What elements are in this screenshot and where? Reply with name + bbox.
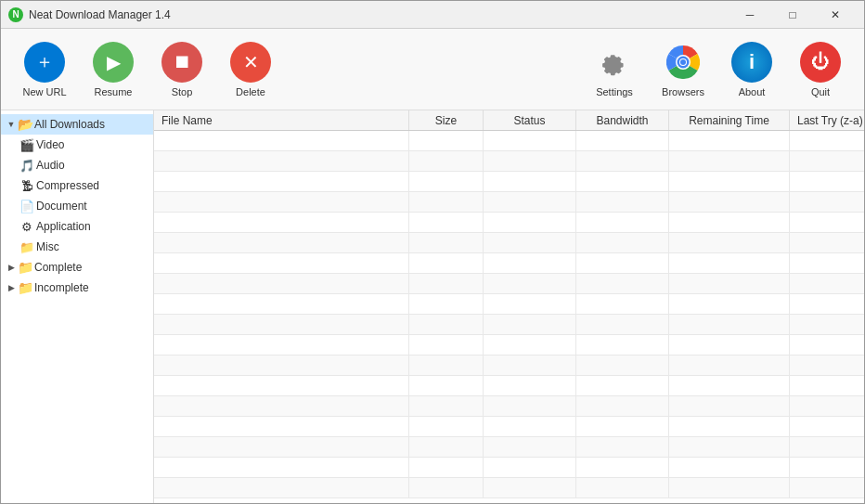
table-row bbox=[154, 417, 865, 437]
table-row bbox=[154, 458, 865, 478]
cell-remaining bbox=[669, 396, 790, 416]
cell-size bbox=[409, 355, 484, 375]
chrome-svg bbox=[666, 45, 700, 79]
browsers-icon bbox=[663, 42, 704, 83]
resume-button[interactable]: ▶ Resume bbox=[81, 36, 146, 103]
cell-lasttry bbox=[790, 192, 865, 212]
cell-remaining bbox=[669, 172, 790, 191]
cell-lasttry bbox=[790, 253, 865, 273]
sidebar-item-document[interactable]: 📄 Document bbox=[1, 196, 153, 216]
cell-bandwidth bbox=[576, 151, 669, 171]
cell-lasttry bbox=[790, 233, 865, 252]
cell-size bbox=[409, 417, 484, 436]
audio-label: Audio bbox=[36, 159, 65, 172]
about-icon: i bbox=[731, 42, 772, 83]
cell-filename bbox=[154, 315, 409, 334]
close-button[interactable]: ✕ bbox=[814, 1, 857, 29]
incomplete-folder-icon: 📁 bbox=[18, 280, 32, 295]
sidebar-item-application[interactable]: ⚙ Application bbox=[1, 216, 153, 237]
video-icon: 🎬 bbox=[19, 137, 34, 152]
cell-remaining bbox=[669, 131, 790, 150]
minimize-button[interactable]: ─ bbox=[729, 1, 771, 29]
cell-filename bbox=[154, 253, 409, 273]
cell-size bbox=[409, 192, 484, 212]
sidebar-item-complete[interactable]: ▶ 📁 Complete bbox=[1, 257, 153, 278]
cell-lasttry bbox=[790, 172, 865, 191]
cell-lasttry bbox=[790, 315, 865, 334]
sidebar-item-compressed[interactable]: 🗜 Compressed bbox=[1, 175, 153, 196]
cell-status bbox=[484, 458, 576, 477]
col-header-remaining[interactable]: Remaining Time bbox=[669, 110, 790, 130]
cell-size bbox=[409, 253, 484, 273]
application-icon: ⚙ bbox=[19, 219, 34, 234]
cell-status bbox=[484, 478, 576, 498]
cell-remaining bbox=[669, 355, 790, 375]
cell-remaining bbox=[669, 233, 790, 252]
table-row bbox=[154, 437, 865, 458]
cell-filename bbox=[154, 233, 409, 252]
sidebar-item-incomplete[interactable]: ▶ 📁 Incomplete bbox=[1, 278, 153, 298]
col-header-filename[interactable]: File Name bbox=[154, 110, 409, 130]
sidebar-item-video[interactable]: 🎬 Video bbox=[1, 135, 153, 155]
cell-filename bbox=[154, 335, 409, 355]
cell-status bbox=[484, 417, 576, 436]
document-icon: 📄 bbox=[19, 199, 34, 213]
app-logo-icon: N bbox=[8, 7, 23, 22]
cell-bandwidth bbox=[576, 131, 669, 150]
video-label: Video bbox=[36, 138, 64, 151]
col-header-size[interactable]: Size bbox=[409, 110, 484, 130]
cell-lasttry bbox=[790, 213, 865, 232]
incomplete-expand-icon: ▶ bbox=[5, 281, 18, 294]
cell-filename bbox=[154, 151, 409, 171]
sidebar-item-misc[interactable]: 📁 Misc bbox=[1, 237, 153, 257]
cell-lasttry bbox=[790, 376, 865, 395]
cell-size bbox=[409, 315, 484, 334]
maximize-button[interactable]: □ bbox=[771, 1, 814, 29]
cell-bandwidth bbox=[576, 376, 669, 395]
stop-label: Stop bbox=[172, 86, 193, 97]
gear-svg bbox=[598, 45, 631, 79]
cell-status bbox=[484, 274, 576, 293]
table-row bbox=[154, 253, 865, 274]
about-button[interactable]: i About bbox=[719, 36, 784, 103]
cell-size bbox=[409, 478, 484, 498]
cell-status bbox=[484, 437, 576, 457]
cell-lasttry bbox=[790, 437, 865, 457]
new-url-button[interactable]: ＋ New URL bbox=[12, 36, 77, 103]
cell-size bbox=[409, 396, 484, 416]
cell-bandwidth bbox=[576, 294, 669, 314]
expand-arrow-icon: ▼ bbox=[5, 118, 18, 131]
delete-button[interactable]: ✕ Delete bbox=[218, 36, 283, 103]
sidebar-item-audio[interactable]: 🎵 Audio bbox=[1, 155, 153, 175]
all-downloads-label: All Downloads bbox=[34, 118, 105, 131]
cell-bandwidth bbox=[576, 192, 669, 212]
cell-lasttry bbox=[790, 131, 865, 150]
cell-filename bbox=[154, 437, 409, 457]
cell-filename bbox=[154, 355, 409, 375]
cell-bandwidth bbox=[576, 315, 669, 334]
table-row bbox=[154, 294, 865, 315]
new-url-icon: ＋ bbox=[24, 42, 65, 83]
stop-button[interactable]: ⏹ Stop bbox=[149, 36, 214, 103]
table-row bbox=[154, 151, 865, 172]
cell-bandwidth bbox=[576, 274, 669, 293]
browsers-label: Browsers bbox=[662, 86, 704, 97]
cell-size bbox=[409, 376, 484, 395]
cell-filename bbox=[154, 192, 409, 212]
col-header-lasttry[interactable]: Last Try (z-a) bbox=[790, 110, 865, 130]
cell-filename bbox=[154, 274, 409, 293]
complete-expand-icon: ▶ bbox=[5, 261, 18, 274]
window-controls: ─ □ ✕ bbox=[729, 1, 857, 29]
col-header-bandwidth[interactable]: Bandwidth bbox=[576, 110, 669, 130]
cell-status bbox=[484, 355, 576, 375]
col-header-status[interactable]: Status bbox=[484, 110, 576, 130]
sidebar-item-all-downloads[interactable]: ▼ 📂 All Downloads bbox=[1, 114, 153, 135]
settings-button[interactable]: Settings bbox=[582, 36, 647, 103]
quit-button[interactable]: ⏻ Quit bbox=[788, 36, 853, 103]
settings-label: Settings bbox=[596, 86, 633, 97]
browsers-button[interactable]: Browsers bbox=[651, 36, 716, 103]
cell-filename bbox=[154, 131, 409, 150]
cell-remaining bbox=[669, 294, 790, 314]
main-content: ▼ 📂 All Downloads 🎬 Video 🎵 Audio 🗜 Comp… bbox=[1, 110, 864, 504]
cell-status bbox=[484, 192, 576, 212]
